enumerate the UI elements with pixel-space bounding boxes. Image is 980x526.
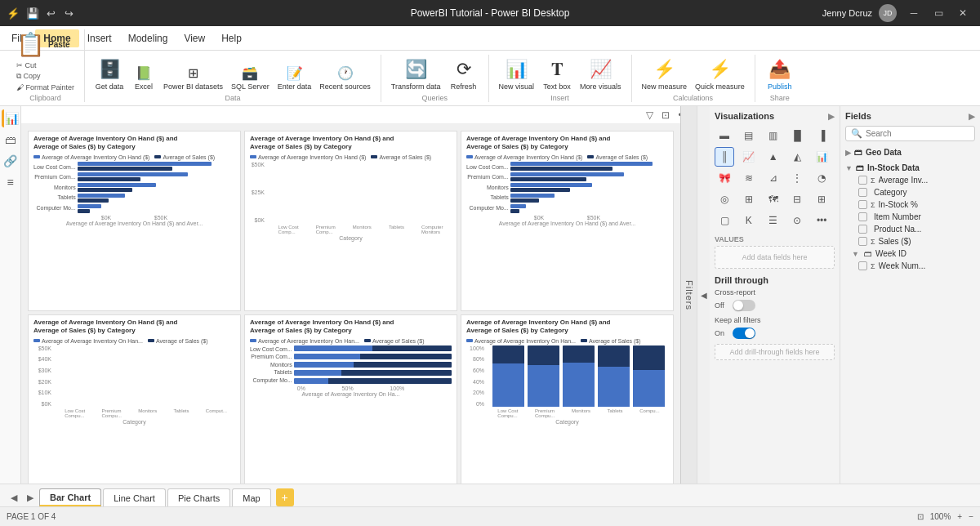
viz-ribbon-icon[interactable]: 🎀 bbox=[715, 168, 734, 188]
paste-button[interactable]: 📋 Paste bbox=[13, 29, 74, 60]
category-check[interactable] bbox=[858, 188, 867, 197]
menu-modeling[interactable]: Modeling bbox=[120, 29, 176, 47]
recent-sources-button[interactable]: 🕐 Recent sources bbox=[316, 61, 374, 92]
field-category[interactable]: Category bbox=[845, 186, 975, 198]
product-na-check[interactable] bbox=[858, 225, 867, 234]
chart-card-1[interactable]: Average of Average Inventory On Hand ($)… bbox=[28, 131, 241, 311]
field-average-inv[interactable]: Σ Average Inv... bbox=[845, 174, 975, 186]
chart-card-6[interactable]: Average of Average Inventory On Hand ($)… bbox=[461, 314, 674, 484]
viz-donut-icon[interactable]: ◎ bbox=[715, 189, 734, 209]
values-drop-area[interactable]: Add data fields here bbox=[715, 246, 835, 269]
add-tab-button[interactable]: + bbox=[276, 488, 294, 506]
filters-toggle[interactable]: Filters bbox=[680, 106, 697, 484]
save-icon[interactable]: 💾 bbox=[26, 7, 39, 20]
close-button[interactable]: ✕ bbox=[952, 5, 973, 21]
redo-icon[interactable]: ↪ bbox=[62, 7, 75, 20]
viz-expand-icon[interactable]: ▶ bbox=[828, 112, 835, 121]
viz-clustered-col-icon[interactable]: ▐ bbox=[812, 126, 831, 145]
publish-button[interactable]: 📤 Publish bbox=[762, 55, 798, 92]
viz-slicer-icon[interactable]: ☰ bbox=[764, 211, 783, 230]
viz-100-col-icon[interactable]: ║ bbox=[715, 147, 734, 167]
tab-pie-charts[interactable]: Pie Charts bbox=[167, 488, 230, 506]
drill-through-drop[interactable]: Add drill-through fields here bbox=[715, 344, 835, 360]
data-view-icon[interactable]: 🗃 bbox=[2, 131, 20, 149]
maximize-button[interactable]: ▭ bbox=[928, 5, 949, 21]
search-input[interactable] bbox=[866, 129, 969, 138]
minimize-button[interactable]: ─ bbox=[903, 5, 924, 21]
viz-more-icon[interactable]: ••• bbox=[812, 211, 831, 230]
field-item-number[interactable]: Item Number bbox=[845, 211, 975, 223]
keep-filters-toggle[interactable] bbox=[733, 328, 755, 339]
enter-data-button[interactable]: 📝 Enter data bbox=[274, 61, 315, 92]
more-visuals-button[interactable]: 📈 More visuals bbox=[577, 55, 625, 92]
sql-server-button[interactable]: 🗃️ SQL Server bbox=[228, 61, 273, 92]
chart-card-2[interactable]: Average of Average Inventory On Hand ($)… bbox=[244, 131, 457, 311]
quick-measure-button[interactable]: ⚡ Quick measure bbox=[692, 55, 748, 92]
average-inv-check[interactable] bbox=[858, 176, 867, 185]
tab-prev-button[interactable]: ◀ bbox=[7, 488, 21, 506]
field-week-num[interactable]: Σ Week Num... bbox=[845, 260, 975, 272]
viz-funnel-icon[interactable]: ⊿ bbox=[764, 168, 783, 188]
sales-check[interactable] bbox=[858, 237, 867, 246]
chart-card-4[interactable]: Average of Average Inventory On Hand ($)… bbox=[28, 314, 241, 484]
tab-line-chart[interactable]: Line Chart bbox=[103, 488, 166, 506]
fit-page-icon[interactable]: ⊡ bbox=[660, 108, 671, 123]
chart-card-3[interactable]: Average of Average Inventory On Hand ($)… bbox=[461, 131, 674, 311]
cut-button[interactable]: ✂ Cut bbox=[13, 60, 78, 70]
in-stock-data-header[interactable]: ▼ 🗃 In-Stock Data bbox=[845, 162, 975, 174]
viz-matrix-icon[interactable]: ⊞ bbox=[812, 189, 831, 209]
viz-table-icon[interactable]: ⊟ bbox=[787, 189, 807, 209]
zoom-in-icon[interactable]: + bbox=[957, 512, 962, 521]
report-view-icon[interactable]: 📊 bbox=[2, 109, 20, 127]
viz-clustered-bar-icon[interactable]: ▤ bbox=[739, 126, 759, 145]
menu-help[interactable]: Help bbox=[213, 29, 250, 47]
viz-area-icon[interactable]: ▲ bbox=[764, 147, 783, 167]
refresh-button[interactable]: ⟳ Refresh bbox=[446, 55, 482, 92]
field-week-id[interactable]: ▼ 🗃 Week ID bbox=[845, 247, 975, 260]
field-sales[interactable]: Σ Sales ($) bbox=[845, 235, 975, 247]
viz-stacked-bar-icon[interactable]: ▬ bbox=[715, 126, 734, 145]
power-bi-datasets-button[interactable]: ⊞ Power BI datasets bbox=[160, 61, 226, 92]
in-stock-pct-check[interactable] bbox=[858, 200, 867, 209]
viz-kpi-icon[interactable]: K bbox=[739, 211, 759, 230]
dax-query-icon[interactable]: ≡ bbox=[2, 173, 20, 191]
week-num-check[interactable] bbox=[858, 261, 867, 270]
tab-map[interactable]: Map bbox=[232, 488, 270, 506]
fields-expand-icon[interactable]: ▶ bbox=[969, 112, 975, 121]
chart-card-5[interactable]: Average of Average Inventory On Hand ($)… bbox=[244, 314, 457, 484]
user-avatar[interactable]: JD bbox=[879, 4, 897, 22]
copy-button[interactable]: ⧉ Copy bbox=[13, 71, 78, 82]
field-in-stock-pct[interactable]: Σ In-Stock % bbox=[845, 198, 975, 211]
viz-line-clustered-icon[interactable]: 📊 bbox=[812, 147, 831, 167]
item-number-check[interactable] bbox=[858, 212, 867, 221]
zoom-out-icon[interactable]: − bbox=[969, 512, 973, 521]
viz-pie-icon[interactable]: ◔ bbox=[812, 168, 831, 188]
model-view-icon[interactable]: 🔗 bbox=[2, 152, 20, 170]
cross-report-toggle[interactable] bbox=[733, 300, 755, 311]
viz-scatter-icon[interactable]: ⋮ bbox=[787, 168, 807, 188]
viz-card-icon[interactable]: ▢ bbox=[715, 211, 734, 230]
viz-stacked-area-icon[interactable]: ◭ bbox=[787, 147, 807, 167]
menu-insert[interactable]: Insert bbox=[79, 29, 120, 47]
viz-gauge-icon[interactable]: ⊙ bbox=[787, 211, 807, 230]
transform-data-button[interactable]: 🔄 Transform data bbox=[388, 55, 444, 92]
viz-line-icon[interactable]: 📈 bbox=[739, 147, 759, 167]
new-measure-button[interactable]: ⚡ New measure bbox=[639, 55, 691, 92]
text-box-button[interactable]: 𝐓 Text box bbox=[539, 55, 575, 92]
viz-100-bar-icon[interactable]: ▥ bbox=[764, 126, 783, 145]
new-visual-button[interactable]: 📊 New visual bbox=[496, 55, 538, 92]
viz-stacked-col-icon[interactable]: █ bbox=[787, 126, 807, 145]
excel-button[interactable]: 📗 Excel bbox=[129, 61, 158, 92]
viz-treemap-icon[interactable]: ⊞ bbox=[739, 189, 759, 209]
tab-bar-chart[interactable]: Bar Chart bbox=[39, 488, 101, 506]
zoom-fit-icon[interactable]: ⊡ bbox=[917, 512, 924, 521]
field-product-na[interactable]: Product Na... bbox=[845, 223, 975, 235]
get-data-button[interactable]: 🗄️ Get data bbox=[91, 55, 127, 92]
filter-canvas-icon[interactable]: ▽ bbox=[644, 108, 655, 123]
menu-view[interactable]: View bbox=[176, 29, 213, 47]
undo-icon[interactable]: ↩ bbox=[44, 7, 57, 20]
viz-waterfall-icon[interactable]: ≋ bbox=[739, 168, 759, 188]
collapse-button[interactable]: ◀ bbox=[697, 106, 710, 484]
tab-next-button[interactable]: ▶ bbox=[23, 488, 38, 506]
viz-map-icon[interactable]: 🗺 bbox=[764, 189, 783, 209]
